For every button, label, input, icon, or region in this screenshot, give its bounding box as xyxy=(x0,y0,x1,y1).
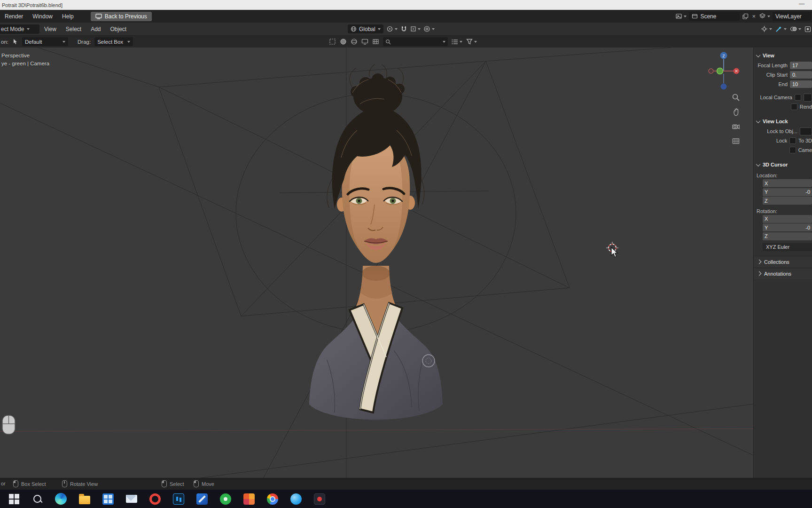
menu-window[interactable]: Window xyxy=(28,10,57,23)
viewport-side-tools xyxy=(731,93,741,146)
clip-end-field[interactable]: 10 xyxy=(790,80,812,88)
focal-length-field[interactable]: 17 xyxy=(790,62,812,69)
projection-label: Perspective xyxy=(1,53,30,58)
location-y-field[interactable]: Y -0 xyxy=(763,188,812,196)
pivot-point-selector[interactable] xyxy=(386,25,398,32)
status-bar: or Box Select Rotate View Select Move xyxy=(0,478,812,490)
filter-controls xyxy=(329,37,477,46)
show-gizmo-selector[interactable] xyxy=(761,25,772,32)
menu-select[interactable]: Select xyxy=(61,23,86,35)
location-x-field[interactable]: X xyxy=(763,179,812,187)
render-checkbox[interactable] xyxy=(791,103,797,110)
filter-funnel-selector[interactable] xyxy=(466,39,477,45)
menu-add[interactable]: Add xyxy=(86,23,105,35)
rotation-x-field[interactable]: X xyxy=(763,215,812,223)
orientation-selector[interactable]: Global xyxy=(348,24,383,33)
view-lock-section-header[interactable]: View Lock xyxy=(757,116,812,127)
menu-help[interactable]: Help xyxy=(57,10,78,23)
camera-to-view-checkbox[interactable] xyxy=(789,147,796,153)
transform-controls: Global xyxy=(348,24,435,33)
scene-icon xyxy=(692,13,698,19)
viewport-display-controls xyxy=(761,25,811,32)
gizmo-z-label: Z xyxy=(722,54,725,58)
back-to-previous-button[interactable]: Back to Previous xyxy=(91,12,152,21)
chevron-down-icon xyxy=(756,53,761,57)
start-button[interactable] xyxy=(8,492,20,505)
screen-icon xyxy=(95,14,102,19)
grid-toggle-icon[interactable] xyxy=(372,38,379,45)
scene-selector[interactable]: Scene xyxy=(689,12,740,21)
left-mouse-icon xyxy=(13,480,18,487)
camera-to-view-row: Came xyxy=(757,145,812,155)
new-scene-icon[interactable] xyxy=(742,13,749,20)
unlink-scene-icon[interactable]: × xyxy=(751,13,757,20)
edge-icon[interactable] xyxy=(55,492,67,505)
minimize-button[interactable]: — xyxy=(799,0,804,7)
display-mode-selector[interactable] xyxy=(452,39,462,45)
rotation-z-field[interactable]: Z xyxy=(763,232,812,240)
navigation-gizmo[interactable]: Z xyxy=(707,50,740,92)
mouse-indicator-widget xyxy=(1,414,17,436)
overlays-selector[interactable] xyxy=(775,25,787,32)
lock-object-field[interactable] xyxy=(800,127,812,135)
drag-tool-selector[interactable]: Select Box xyxy=(94,37,133,46)
cursor-tool-icon xyxy=(12,39,18,45)
portrait-model[interactable] xyxy=(282,59,470,430)
clip-start-field[interactable]: 0. xyxy=(790,71,812,79)
viewlayer-icon[interactable] xyxy=(759,13,770,20)
viewlayer-selector[interactable]: ViewLayer xyxy=(773,12,811,21)
shading-spheres-selector[interactable] xyxy=(790,25,801,32)
zoom-button[interactable] xyxy=(731,93,741,102)
section-view-lock: View Lock Lock to Obj... Lock To 3D Came xyxy=(757,116,812,155)
local-camera-checkbox[interactable] xyxy=(795,94,801,101)
snap-magnet-icon[interactable] xyxy=(400,25,407,32)
lock-row: Lock To 3D xyxy=(757,136,812,145)
lock-to-3d-checkbox[interactable] xyxy=(789,137,796,144)
shaded-sphere-icon[interactable] xyxy=(340,38,347,45)
blue-square-app-icon[interactable] xyxy=(195,492,208,505)
view-section-header[interactable]: View xyxy=(757,50,812,61)
menu-render[interactable]: Render xyxy=(0,10,28,23)
viewport-3d[interactable]: Perspective ye - green | Camera Z xyxy=(0,48,812,478)
toggle-projection-button[interactable] xyxy=(731,136,741,146)
photoshop-icon[interactable] xyxy=(172,492,185,505)
menu-object[interactable]: Object xyxy=(106,23,132,35)
search-box[interactable] xyxy=(383,37,448,46)
mail-icon[interactable] xyxy=(125,492,138,505)
cursor-section-header[interactable]: 3D Cursor xyxy=(757,159,812,170)
camera-object-field[interactable] xyxy=(804,94,812,102)
location-label: Location: xyxy=(757,170,812,178)
chrome-icon[interactable] xyxy=(266,492,279,505)
search-input[interactable] xyxy=(393,39,435,45)
red-ring-app-icon[interactable] xyxy=(148,492,161,505)
section-view: View Focal Length 17 Clip Start 0. End 1… xyxy=(757,50,812,111)
snap-target-selector[interactable] xyxy=(410,26,421,32)
file-explorer-icon[interactable] xyxy=(78,492,91,505)
location-z-field[interactable]: Z xyxy=(763,197,812,205)
app-grid-icon[interactable] xyxy=(102,492,114,505)
screen-recorder-icon[interactable] xyxy=(313,492,326,505)
mode-selector[interactable]: ect Mode xyxy=(0,24,39,34)
render-preview-icon[interactable] xyxy=(804,26,811,32)
left-mouse-icon xyxy=(162,480,167,487)
orientation-axes-icon xyxy=(351,26,357,32)
dashed-square-icon[interactable] xyxy=(329,38,336,45)
proportional-editing-selector[interactable] xyxy=(423,25,435,32)
orange-grid-app-icon[interactable] xyxy=(242,492,255,505)
rotation-mode-selector[interactable]: XYZ Euler xyxy=(763,243,812,251)
green-circle-app-icon[interactable] xyxy=(219,492,232,505)
browse-scene-icon[interactable] xyxy=(675,13,687,20)
taskbar-search-icon[interactable] xyxy=(31,492,44,505)
preset-selector[interactable]: Default xyxy=(22,37,68,46)
pan-hand-button[interactable] xyxy=(731,107,741,117)
collections-section-header[interactable]: Collections xyxy=(754,256,812,268)
menu-view[interactable]: View xyxy=(39,23,61,35)
camera-view-button[interactable] xyxy=(731,122,741,131)
windows-taskbar xyxy=(0,490,812,508)
blue-circle-app-icon[interactable] xyxy=(289,492,302,505)
screen-toggle-icon[interactable] xyxy=(361,38,368,45)
wire-sphere-icon[interactable] xyxy=(351,38,358,45)
annotations-section-header[interactable]: Annotations xyxy=(754,268,812,279)
rotation-y-field[interactable]: Y -0 xyxy=(763,223,812,231)
viewport-header: ect Mode View Select Add Object Global xyxy=(0,23,812,36)
